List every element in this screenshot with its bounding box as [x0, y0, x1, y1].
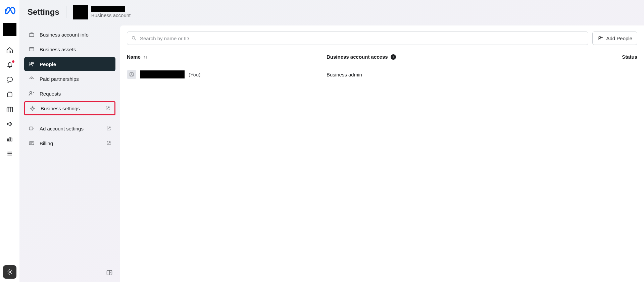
sidebar-item-business-settings[interactable]: Business settings [24, 101, 115, 115]
svg-rect-23 [29, 142, 34, 145]
account-type-label: Business account [91, 12, 131, 18]
column-header-access: Business account access i [327, 54, 604, 60]
rail-more[interactable] [3, 147, 16, 160]
svg-rect-14 [29, 48, 34, 51]
sidebar-item-ad-account-settings[interactable]: Ad account settings [24, 121, 115, 135]
svg-point-12 [9, 271, 11, 273]
sidebar-item-assets[interactable]: Business assets [24, 42, 115, 56]
row-access-value: Business admin [327, 72, 604, 77]
handshake-icon [28, 75, 35, 82]
meta-logo-icon [4, 7, 16, 15]
calendar-grid-icon [6, 106, 13, 113]
sidebar-item-label: Billing [40, 140, 101, 146]
svg-rect-0 [7, 93, 12, 97]
megaphone-icon [6, 121, 13, 127]
svg-rect-6 [7, 139, 8, 141]
rail-inbox[interactable] [3, 73, 16, 87]
sidebar-item-label: Business assets [40, 47, 111, 52]
chat-icon [6, 76, 13, 83]
svg-rect-13 [29, 34, 34, 37]
people-table-row[interactable]: (You) Business admin [127, 65, 637, 84]
people-icon [28, 61, 35, 67]
people-panel: Add People Name ↑↓ Business account acce… [120, 25, 644, 282]
gear-icon [29, 105, 36, 112]
billing-icon [28, 140, 35, 147]
svg-point-29 [132, 37, 135, 39]
house-icon [6, 47, 13, 54]
sidebar-item-label: Requests [40, 91, 111, 97]
settings-sidebar: Business account info Business assets Pe… [19, 24, 120, 282]
sidebar-item-billing[interactable]: Billing [24, 136, 115, 150]
person-request-icon [28, 90, 35, 97]
sort-icon: ↑↓ [143, 54, 148, 59]
rail-ads[interactable] [3, 117, 16, 131]
svg-point-28 [110, 272, 111, 273]
svg-point-31 [599, 36, 601, 38]
people-table-header: Name ↑↓ Business account access i Status [127, 49, 637, 65]
add-person-icon [597, 35, 603, 41]
search-icon [131, 36, 137, 41]
rail-settings[interactable] [3, 265, 16, 279]
sidebar-item-label: People [40, 61, 111, 67]
external-link-icon [106, 140, 111, 146]
rail-insights[interactable] [3, 132, 16, 146]
search-box[interactable] [127, 32, 588, 45]
account-switcher-block[interactable] [3, 23, 16, 36]
account-chip[interactable]: Business account [73, 5, 131, 19]
assets-icon [28, 46, 35, 53]
notification-dot-icon [12, 60, 14, 63]
global-nav-rail [0, 0, 19, 282]
posts-icon [6, 91, 13, 98]
bell-icon [6, 61, 13, 69]
you-suffix: (You) [189, 72, 200, 77]
account-name-redacted [91, 6, 125, 12]
svg-point-35 [131, 73, 132, 74]
sidebar-item-requests[interactable]: Requests [24, 87, 115, 101]
search-input[interactable] [140, 36, 584, 41]
meta-logo[interactable] [3, 4, 16, 17]
sidebar-item-partnerships[interactable]: Paid partnerships [24, 72, 115, 86]
svg-point-22 [33, 128, 34, 129]
sidebar-item-account-info[interactable]: Business account info [24, 27, 115, 42]
svg-point-17 [32, 62, 34, 64]
info-icon[interactable]: i [391, 54, 396, 60]
svg-rect-21 [29, 127, 33, 130]
column-header-name[interactable]: Name ↑↓ [127, 54, 327, 60]
gear-icon [6, 269, 13, 275]
sidebar-item-label: Paid partnerships [40, 76, 111, 82]
page-header: Settings Business account [19, 0, 644, 24]
svg-point-20 [32, 108, 34, 109]
briefcase-icon [28, 31, 35, 38]
add-people-label: Add People [606, 36, 632, 41]
external-link-icon [106, 126, 111, 131]
rail-planner[interactable] [3, 103, 16, 116]
svg-line-30 [135, 39, 136, 40]
hamburger-icon [6, 151, 13, 157]
rail-home[interactable] [3, 44, 16, 57]
sidebar-item-label: Ad account settings [40, 126, 101, 131]
svg-rect-1 [8, 92, 11, 93]
rail-notifications[interactable] [3, 58, 16, 72]
person-avatar-icon [127, 70, 136, 79]
add-people-button[interactable]: Add People [592, 32, 637, 45]
svg-rect-2 [7, 107, 13, 112]
person-name-redacted [140, 70, 185, 78]
svg-rect-8 [11, 138, 12, 141]
sidebar-item-label: Business settings [41, 106, 100, 111]
svg-point-18 [30, 92, 32, 94]
external-link-icon [105, 106, 110, 111]
header-divider [66, 6, 66, 18]
svg-point-16 [30, 62, 32, 64]
column-header-status: Status [604, 54, 637, 60]
sidebar-item-label: Business account info [40, 32, 111, 38]
bar-chart-icon [6, 135, 13, 142]
page-title: Settings [28, 7, 59, 17]
collapse-panel-icon[interactable] [106, 269, 113, 276]
account-avatar [73, 5, 88, 19]
ad-settings-icon [28, 125, 35, 132]
sidebar-item-people[interactable]: People [24, 57, 115, 71]
rail-content[interactable] [3, 88, 16, 101]
svg-rect-7 [9, 137, 10, 141]
